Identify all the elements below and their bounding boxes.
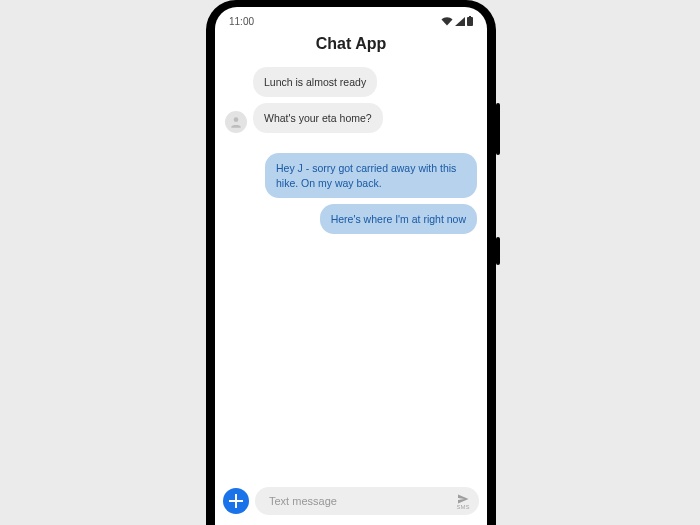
message-row: What's your eta home? (225, 103, 477, 133)
clock: 11:00 (229, 16, 254, 27)
send-label: SMS (456, 504, 469, 510)
composer: SMS (215, 481, 487, 525)
message-input-wrap[interactable]: SMS (255, 487, 479, 515)
app-header: Chat App (215, 31, 487, 61)
message-input[interactable] (267, 494, 453, 508)
plus-icon (229, 494, 243, 508)
wifi-icon (441, 17, 453, 26)
status-icons (441, 16, 473, 26)
phone-frame: 11:00 Chat App Lunch is almost ready (206, 0, 496, 525)
svg-rect-0 (467, 17, 473, 26)
send-button[interactable]: SMS (455, 493, 471, 510)
person-icon (229, 115, 243, 129)
avatar (225, 111, 247, 133)
status-bar: 11:00 (215, 11, 487, 31)
message-row: Hey J - sorry got carried away with this… (225, 153, 477, 197)
hardware-button (496, 237, 500, 265)
outgoing-bubble: Here's where I'm at right now (320, 204, 477, 234)
hardware-button (496, 103, 500, 155)
svg-rect-1 (469, 16, 471, 18)
add-button[interactable] (223, 488, 249, 514)
incoming-bubble: Lunch is almost ready (253, 67, 377, 97)
message-row: Here's where I'm at right now (225, 204, 477, 234)
svg-point-2 (234, 118, 239, 123)
page-title: Chat App (215, 35, 487, 53)
message-row: Lunch is almost ready (225, 67, 477, 97)
battery-icon (467, 16, 473, 26)
outgoing-bubble: Hey J - sorry got carried away with this… (265, 153, 477, 197)
chat-thread[interactable]: Lunch is almost ready What's your eta ho… (215, 61, 487, 481)
incoming-bubble: What's your eta home? (253, 103, 383, 133)
signal-icon (455, 17, 465, 26)
